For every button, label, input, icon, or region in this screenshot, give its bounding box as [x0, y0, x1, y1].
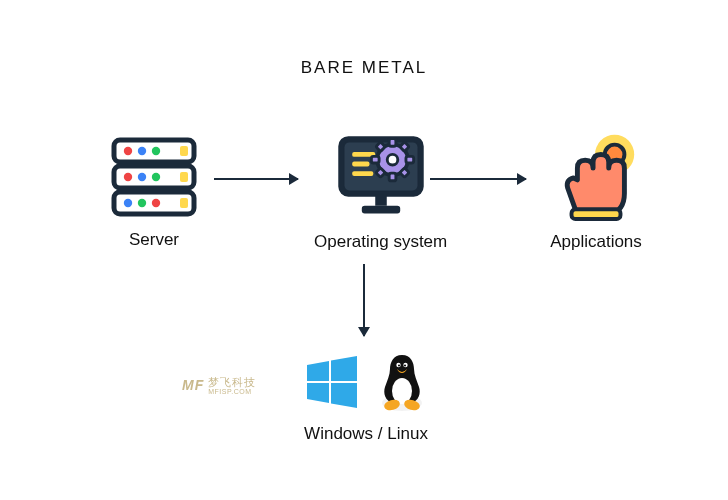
- svg-point-21: [387, 154, 398, 165]
- node-osoptions: Windows / Linux: [296, 350, 436, 444]
- arrow-os-to-options: [363, 264, 365, 336]
- svg-rect-28: [399, 168, 409, 178]
- watermark-sub: MFISP.COM: [208, 388, 256, 396]
- svg-point-11: [152, 199, 160, 207]
- svg-rect-34: [572, 209, 621, 219]
- node-server-label: Server: [129, 230, 179, 250]
- svg-rect-24: [406, 156, 414, 163]
- touch-hand-icon: [548, 128, 644, 222]
- svg-point-7: [138, 173, 146, 181]
- os-options-icons: [296, 350, 436, 414]
- svg-rect-19: [352, 171, 373, 176]
- arrow-server-to-os: [214, 178, 298, 180]
- node-apps-label: Applications: [550, 232, 642, 252]
- svg-rect-25: [371, 156, 379, 163]
- node-os: Operating system: [314, 130, 447, 252]
- svg-point-44: [398, 365, 400, 367]
- svg-point-41: [393, 358, 411, 376]
- linux-icon: [375, 351, 429, 413]
- svg-rect-14: [180, 198, 188, 208]
- svg-marker-38: [331, 383, 357, 408]
- svg-rect-27: [375, 168, 385, 178]
- svg-marker-37: [307, 383, 329, 403]
- svg-rect-13: [180, 172, 188, 182]
- node-apps: Applications: [548, 128, 644, 252]
- svg-point-6: [124, 173, 132, 181]
- svg-point-4: [138, 147, 146, 155]
- node-server: Server: [106, 134, 202, 250]
- arrow-os-to-apps: [430, 178, 526, 180]
- svg-rect-18: [352, 162, 369, 167]
- svg-point-8: [152, 173, 160, 181]
- monitor-gear-icon: [333, 130, 429, 222]
- svg-point-3: [124, 147, 132, 155]
- svg-point-10: [138, 199, 146, 207]
- svg-point-9: [124, 199, 132, 207]
- watermark-logo: MF: [182, 378, 204, 393]
- svg-rect-23: [389, 173, 396, 181]
- windows-icon: [303, 353, 361, 411]
- svg-point-45: [404, 365, 406, 367]
- svg-rect-12: [180, 146, 188, 156]
- svg-marker-36: [331, 356, 357, 381]
- svg-rect-31: [361, 206, 399, 214]
- svg-rect-30: [375, 194, 387, 206]
- watermark-text: 梦飞科技: [208, 376, 256, 388]
- server-icon: [106, 134, 202, 220]
- node-os-label: Operating system: [314, 232, 447, 252]
- watermark: MF 梦飞科技 MFISP.COM: [182, 376, 256, 396]
- svg-rect-22: [389, 139, 396, 147]
- svg-rect-26: [399, 142, 409, 152]
- node-osoptions-label: Windows / Linux: [304, 424, 428, 444]
- svg-rect-29: [375, 142, 385, 152]
- svg-point-5: [152, 147, 160, 155]
- diagram-title: BARE METAL: [301, 58, 427, 78]
- svg-marker-35: [307, 361, 329, 381]
